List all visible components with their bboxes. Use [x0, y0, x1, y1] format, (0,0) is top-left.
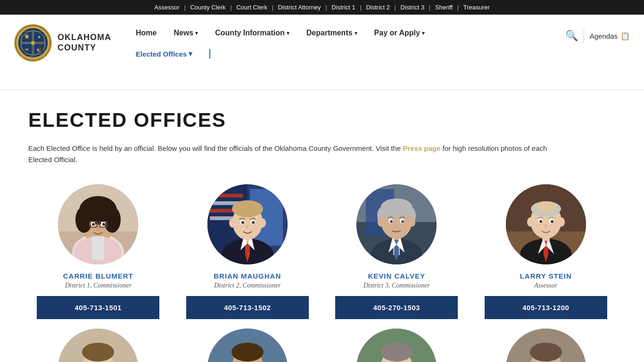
- official-role-blumert: District 1, Commissioner: [65, 282, 132, 289]
- svg-text:✦: ✦: [37, 34, 41, 41]
- phone-button-calvey[interactable]: 405-270-1503: [335, 296, 458, 319]
- svg-point-21: [104, 206, 121, 233]
- svg-point-83: [527, 217, 534, 227]
- phone-button-maughan[interactable]: 405-713-1502: [186, 296, 309, 319]
- svg-point-46: [229, 218, 236, 228]
- official-name-maughan: BRIAN MAUGHAN: [214, 272, 281, 280]
- main-content: ELECTED OFFICES Each Elected Office is h…: [0, 90, 644, 362]
- nav-pay-or-apply[interactable]: Pay or Apply ▾: [366, 23, 433, 43]
- svg-point-51: [252, 221, 255, 224]
- svg-point-82: [536, 201, 556, 213]
- departments-chevron-icon: ▾: [355, 30, 357, 36]
- agendas-link[interactable]: Agendas 📋: [590, 32, 630, 41]
- topbar-district-attorney[interactable]: District Attorney: [278, 4, 321, 11]
- svg-text:★: ★: [24, 33, 30, 41]
- official-photo-bottom-1: [58, 329, 138, 362]
- elected-offices-chevron-icon: ▾: [189, 49, 192, 58]
- svg-point-91: [82, 343, 114, 362]
- nav-county-info[interactable]: County Information ▾: [206, 23, 298, 43]
- agendas-icon: 📋: [620, 32, 630, 41]
- svg-point-20: [75, 206, 92, 233]
- topbar-district-2[interactable]: District 2: [366, 4, 390, 11]
- officials-grid: CARRIE BLUMERT District 1, Commissioner …: [28, 184, 616, 319]
- svg-point-88: [551, 220, 553, 223]
- svg-rect-33: [210, 194, 243, 197]
- county-info-chevron-icon: ▾: [287, 30, 289, 36]
- official-name-blumert: CARRIE BLUMERT: [63, 272, 133, 280]
- svg-point-101: [231, 343, 264, 362]
- official-photo-stein: [506, 184, 586, 264]
- agendas-label: Agendas: [590, 32, 618, 40]
- official-photo-calvey: [356, 184, 437, 264]
- svg-text:❧: ❧: [25, 46, 29, 53]
- svg-point-87: [539, 220, 542, 223]
- svg-point-70: [401, 220, 404, 223]
- svg-rect-30: [92, 236, 104, 260]
- search-icon: 🔍: [565, 30, 578, 41]
- official-photo-blumert: [58, 184, 138, 264]
- official-role-maughan: District 2, Commissioner: [214, 282, 281, 289]
- nav-departments[interactable]: Departments ▾: [298, 23, 366, 43]
- logo-area: ★ ✦ ❧ 🦅 OKLAHOMA COUNTY OKLAHOMA COUNTY: [14, 19, 127, 62]
- official-card-bottom-2: [178, 329, 318, 362]
- svg-point-66: [409, 217, 415, 227]
- pay-apply-chevron-icon: ▾: [422, 30, 425, 36]
- nav-active-indicator: [209, 49, 210, 58]
- svg-point-65: [378, 217, 384, 227]
- svg-point-12: [31, 41, 35, 45]
- nav-elected-offices[interactable]: Elected Offices ▾: [127, 46, 201, 62]
- topbar-district-3[interactable]: District 3: [401, 4, 425, 11]
- phone-button-stein[interactable]: 405-713-1200: [485, 296, 607, 319]
- svg-point-24: [92, 223, 95, 226]
- svg-point-84: [558, 217, 565, 227]
- topbar-sheriff[interactable]: Sheriff: [435, 4, 453, 11]
- logo-text: OKLAHOMA COUNTY: [58, 33, 111, 53]
- header-right: 🔍 Agendas 📋: [565, 19, 630, 43]
- official-photo-bottom-3: [356, 329, 437, 362]
- svg-text:🦅: 🦅: [36, 46, 42, 53]
- topbar-county-clerk[interactable]: County Clerk: [190, 4, 225, 11]
- svg-text:OKLAHOMA COUNTY: OKLAHOMA COUNTY: [21, 56, 45, 58]
- topbar-court-clerk[interactable]: Court Clerk: [236, 4, 267, 11]
- svg-point-45: [232, 200, 263, 217]
- press-page-link[interactable]: Press page: [403, 144, 440, 152]
- header-divider: [584, 29, 584, 43]
- nav-home[interactable]: Home: [127, 23, 165, 43]
- topbar-assessor[interactable]: Assessor: [154, 4, 179, 11]
- news-chevron-icon: ▾: [195, 30, 198, 36]
- intro-paragraph: Each Elected Office is held by an offici…: [28, 143, 570, 165]
- official-photo-maughan: [207, 184, 288, 264]
- svg-point-69: [390, 220, 393, 223]
- nav-area: Home News ▾ County Information ▾ Departm…: [127, 19, 565, 62]
- svg-point-111: [380, 343, 413, 362]
- page-title: ELECTED OFFICES: [28, 109, 616, 132]
- official-card-stein: LARRY STEIN Assessor 405-713-1200: [476, 184, 616, 319]
- official-card-calvey: KEVIN CALVEY District 3, Commissioner 40…: [327, 184, 467, 319]
- officials-grid-row2: [28, 329, 616, 362]
- main-nav: Home News ▾ County Information ▾ Departm…: [127, 23, 565, 43]
- svg-point-25: [102, 223, 105, 226]
- header: ★ ✦ ❧ 🦅 OKLAHOMA COUNTY OKLAHOMA COUNTY …: [0, 15, 644, 90]
- official-role-stein: Assessor: [534, 282, 557, 289]
- nav-news[interactable]: News ▾: [165, 23, 206, 43]
- official-photo-bottom-2: [207, 329, 288, 362]
- official-card-bottom-1: [28, 329, 168, 362]
- official-card-bottom-3: [327, 329, 467, 362]
- official-photo-bottom-4: [506, 329, 586, 362]
- svg-point-50: [241, 221, 244, 224]
- svg-point-47: [259, 218, 266, 228]
- search-button[interactable]: 🔍: [565, 30, 578, 42]
- topbar-district-1[interactable]: District 1: [331, 4, 355, 11]
- phone-button-blumert[interactable]: 405-713-1501: [37, 296, 159, 319]
- svg-point-62: [380, 198, 413, 217]
- svg-point-121: [530, 343, 562, 362]
- official-role-calvey: District 3, Commissioner: [363, 282, 430, 289]
- topbar-treasurer[interactable]: Treasurer: [463, 4, 490, 11]
- official-card-bottom-4: [476, 329, 616, 362]
- official-card-maughan: BRIAN MAUGHAN District 2, Commissioner 4…: [178, 184, 318, 319]
- official-name-stein: LARRY STEIN: [520, 272, 572, 280]
- official-name-calvey: KEVIN CALVEY: [368, 272, 425, 280]
- secondary-nav: Elected Offices ▾: [127, 43, 565, 62]
- top-bar: Assessor | County Clerk | Court Clerk | …: [0, 0, 644, 15]
- official-card-blumert: CARRIE BLUMERT District 1, Commissioner …: [28, 184, 168, 319]
